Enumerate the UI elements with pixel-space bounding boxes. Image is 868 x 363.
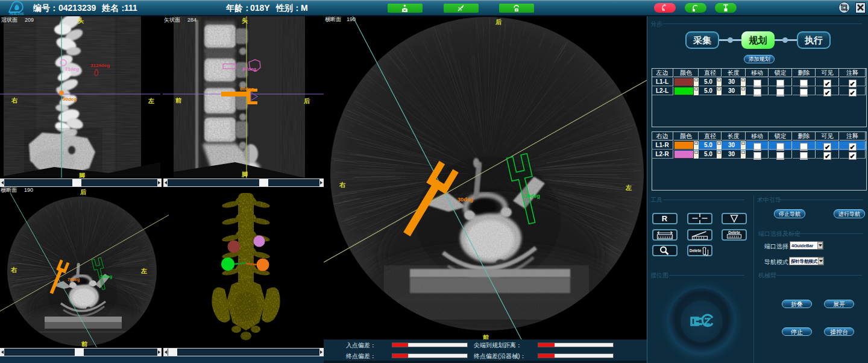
svg-text:前: 前 (175, 97, 182, 104)
svg-text:284: 284 (187, 17, 197, 23)
svg-text:冠状面: 冠状面 (1, 17, 17, 23)
svg-text:头: 头 (242, 17, 248, 24)
svg-text:190: 190 (347, 16, 356, 22)
svg-text:R: R (662, 214, 668, 223)
svg-text:80deg: 80deg (240, 86, 254, 92)
svg-text:Delete: Delete (690, 248, 702, 253)
svg-text:后: 后 (495, 19, 502, 25)
svg-text:横断面: 横断面 (325, 16, 341, 22)
svg-text:左: 左 (148, 98, 154, 104)
svg-text:右: 右 (11, 97, 18, 104)
svg-text:脚: 脚 (241, 171, 248, 178)
svg-text:Delete: Delete (728, 230, 740, 235)
svg-text:90deg: 90deg (63, 96, 77, 102)
svg-text:30deg: 30deg (458, 197, 473, 203)
svg-text:后: 后 (303, 98, 310, 104)
svg-text:20deg: 20deg (524, 193, 540, 199)
svg-text:右: 右 (10, 267, 17, 273)
svg-text:3124deg: 3124deg (90, 63, 110, 68)
svg-text:PERLOVE: PERLOVE (10, 12, 25, 16)
svg-text:头: 头 (78, 17, 84, 24)
svg-text:脚: 脚 (78, 172, 85, 178)
svg-text:前: 前 (482, 334, 489, 339)
svg-text:前: 前 (81, 341, 88, 347)
svg-text:87deg: 87deg (242, 66, 256, 72)
svg-text:后: 后 (80, 189, 87, 195)
svg-text:76deg: 76deg (68, 277, 80, 282)
svg-text:横断面: 横断面 (1, 187, 17, 193)
svg-text:209: 209 (25, 17, 34, 23)
svg-text:右: 右 (339, 182, 346, 188)
svg-text:左: 左 (625, 185, 632, 191)
svg-text:左: 左 (140, 268, 147, 274)
svg-text:71deg: 71deg (65, 66, 79, 72)
svg-text:矢状面: 矢状面 (164, 17, 180, 23)
svg-text:190: 190 (24, 187, 33, 193)
svg-text:20deg: 20deg (100, 274, 112, 279)
